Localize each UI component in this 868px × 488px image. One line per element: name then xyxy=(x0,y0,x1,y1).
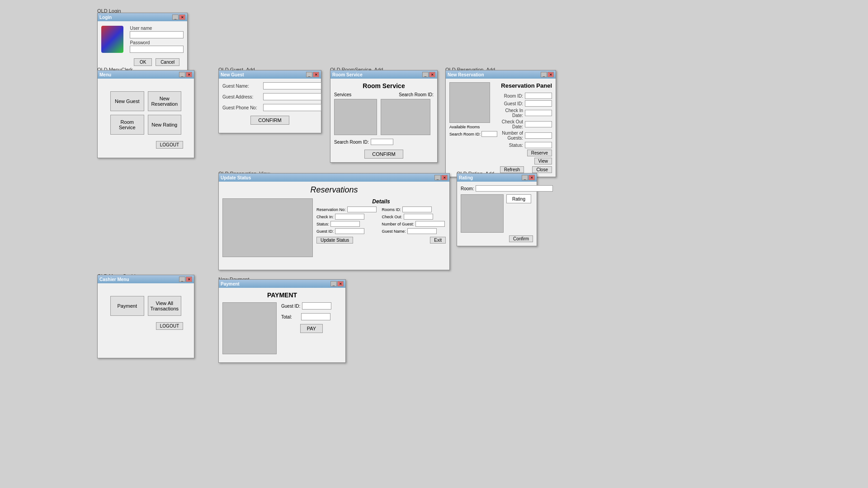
menu-cashier-body: Payment View All Transactions LOGOUT xyxy=(98,283,194,326)
guest-id-payment-input[interactable] xyxy=(302,302,331,310)
rating-confirm-btn[interactable]: Confirm xyxy=(509,235,533,242)
guest-add-minimize-btn[interactable]: _ xyxy=(306,72,312,77)
guest-id-input[interactable] xyxy=(335,228,364,234)
rating-room-input[interactable] xyxy=(476,185,553,192)
res-view-titlebar: Update Status _ ✕ xyxy=(219,174,449,182)
res-check-out-input[interactable] xyxy=(525,121,552,127)
res-view-minimize-btn[interactable]: _ xyxy=(434,175,441,180)
guest-address-label: Guest Address: xyxy=(222,94,263,99)
res-view-close-btn[interactable]: ✕ xyxy=(441,175,448,180)
payment-close-btn[interactable]: ✕ xyxy=(337,281,344,286)
ok-button[interactable]: OK xyxy=(134,58,152,66)
menu-cashier-close-btn[interactable]: ✕ xyxy=(186,277,192,282)
rating-add-close-btn[interactable]: ✕ xyxy=(528,175,535,180)
guest-address-input[interactable] xyxy=(263,93,321,100)
guest-add-close-btn[interactable]: ✕ xyxy=(313,72,319,77)
update-status-btn[interactable]: Update Status xyxy=(316,237,353,244)
check-out-input[interactable] xyxy=(404,214,433,220)
room-service-minimize-btn[interactable]: _ xyxy=(422,72,429,77)
login-titlebar: Login _ ✕ xyxy=(98,13,187,21)
res-guest-id-input[interactable] xyxy=(525,100,552,107)
login-close-btn[interactable]: ✕ xyxy=(179,14,185,20)
menu-clerk-minimize-btn[interactable]: _ xyxy=(179,72,185,77)
room-service-confirm-btn[interactable]: CONFIRM xyxy=(364,150,403,159)
room-id-panel xyxy=(381,99,430,135)
payment-menu-btn[interactable]: Payment xyxy=(110,296,144,316)
res-search-input[interactable] xyxy=(481,131,497,137)
res-status-input[interactable] xyxy=(525,142,552,148)
menu-cashier-window: Cashier Menu _ ✕ Payment View All Transa… xyxy=(97,275,194,358)
rating-add-titlebar: Rating _ ✕ xyxy=(457,174,537,182)
refresh-btn[interactable]: Refresh xyxy=(500,166,524,173)
login-fields: User name Password OK Cancel xyxy=(130,26,184,66)
total-input[interactable] xyxy=(301,313,330,320)
view-transactions-btn[interactable]: View All Transactions xyxy=(148,296,182,316)
res-add-close-btn[interactable]: ✕ xyxy=(547,72,554,77)
payment-main-title: PAYMENT xyxy=(222,291,342,299)
guest-confirm-btn[interactable]: CONFIRM xyxy=(250,116,289,125)
payment-minimize-btn[interactable]: _ xyxy=(330,281,337,286)
res-close-btn[interactable]: Close xyxy=(532,166,552,173)
rooms-id-input[interactable] xyxy=(402,206,432,212)
res-check-in-input[interactable] xyxy=(525,110,552,116)
res-room-id-input[interactable] xyxy=(525,93,552,99)
cashier-grid: Payment View All Transactions xyxy=(101,287,190,320)
exit-btn[interactable]: Exit xyxy=(430,237,446,244)
new-guest-btn[interactable]: New Guest xyxy=(110,91,144,111)
menu-clerk-close-btn[interactable]: ✕ xyxy=(186,72,192,77)
username-input[interactable] xyxy=(130,31,184,38)
login-logo xyxy=(101,26,123,53)
new-rating-btn[interactable]: New Rating xyxy=(148,115,182,135)
res-no-row: Reservation No: xyxy=(316,206,381,212)
room-service-title: Room Service xyxy=(332,72,363,77)
reservation-panel-title: Reservation Panel xyxy=(500,82,552,89)
menu-clerk-title: Menu xyxy=(99,72,111,77)
guest-phone-input[interactable] xyxy=(263,104,321,111)
password-input[interactable] xyxy=(130,46,184,53)
guest-id-payment-label: Guest ID: xyxy=(281,304,300,309)
res-status-label: Status: xyxy=(509,143,523,148)
reservation-add-window: New Reservation _ ✕ Available Rooms Sear… xyxy=(445,70,556,177)
login-minimize-btn[interactable]: _ xyxy=(172,14,179,20)
num-guests-input[interactable] xyxy=(415,221,445,227)
res-view-title: Update Status xyxy=(221,175,251,180)
guest-name-input2[interactable] xyxy=(407,228,437,234)
clerk-logout-btn[interactable]: LOGOUT xyxy=(156,141,183,149)
res-no-input[interactable] xyxy=(347,206,377,212)
rating-add-body: Room: Confirm xyxy=(457,182,537,246)
payment-image-panel xyxy=(222,302,277,354)
res-view-content: Details Reservation No: Rooms ID: Check … xyxy=(222,198,446,257)
check-in-input[interactable] xyxy=(335,214,364,220)
res-num-guests-input[interactable] xyxy=(525,132,552,139)
username-label: User name xyxy=(130,26,184,31)
rating-add-minimize-btn[interactable]: _ xyxy=(522,175,528,180)
num-guests-label: Number of Guest: xyxy=(382,222,414,226)
guest-name-input[interactable] xyxy=(263,82,321,89)
res-check-in-label: Check In Date: xyxy=(500,108,523,118)
guest-add-window: New Guest _ ✕ Guest Name: Guest Address:… xyxy=(218,70,321,133)
res-add-minimize-btn[interactable]: _ xyxy=(541,72,547,77)
check-out-row: Check Out: xyxy=(382,214,446,220)
guest-add-body: Guest Name: Guest Address: Guest Phone N… xyxy=(219,79,321,133)
res-right-form: Reservation Panel Room ID: Guest ID: Che… xyxy=(500,82,552,173)
cancel-button[interactable]: Cancel xyxy=(156,58,179,66)
new-reservation-btn[interactable]: New Reservation xyxy=(148,91,182,111)
search-room-label: Search Room ID: xyxy=(334,140,369,145)
search-room-input[interactable] xyxy=(371,139,393,145)
details-section: Details Reservation No: Rooms ID: Check … xyxy=(316,198,446,257)
pay-btn[interactable]: PAY xyxy=(300,324,323,333)
room-service-close-btn[interactable]: ✕ xyxy=(429,72,435,77)
view-btn[interactable]: View xyxy=(534,158,552,164)
menu-cashier-minimize-btn[interactable]: _ xyxy=(179,277,185,282)
guest-id-row: Guest ID: xyxy=(316,228,381,234)
status-input[interactable] xyxy=(330,221,360,227)
reserve-btn[interactable]: Reserve xyxy=(527,150,552,156)
details-grid: Reservation No: Rooms ID: Check In: Chec… xyxy=(316,206,446,234)
res-add-titlebar: New Reservation _ ✕ xyxy=(446,70,556,79)
room-service-btn[interactable]: Room Service xyxy=(110,115,144,135)
guest-phone-row: Guest Phone No: xyxy=(222,104,317,111)
services-panel xyxy=(334,99,377,135)
cashier-logout-btn[interactable]: LOGOUT xyxy=(156,322,183,330)
res-add-buttons: Reserve View xyxy=(500,150,552,164)
rating-value-input[interactable] xyxy=(506,194,531,203)
